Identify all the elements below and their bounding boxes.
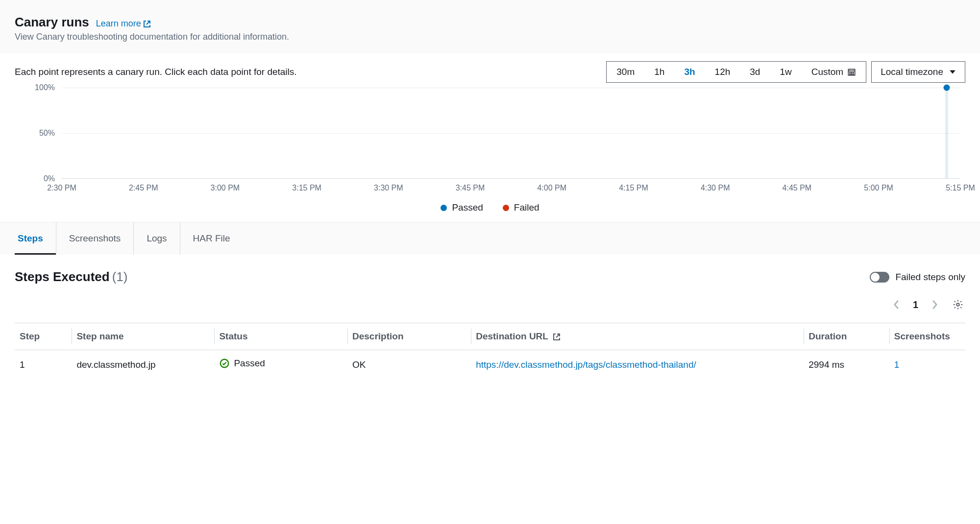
col-duration[interactable]: Duration [804, 323, 889, 350]
col-destination-url[interactable]: Destination URL [471, 323, 804, 350]
legend-dot-failed [503, 205, 509, 211]
x-tick: 2:45 PM [129, 184, 158, 192]
x-tick: 4:15 PM [619, 184, 648, 192]
legend-dot-passed [441, 205, 447, 211]
legend-failed[interactable]: Failed [503, 202, 539, 213]
range-30m[interactable]: 30m [607, 62, 644, 82]
timezone-label: Local timezone [881, 67, 943, 77]
cell-step: 1 [15, 350, 72, 380]
x-tick: 4:45 PM [783, 184, 812, 192]
chart-panel: Each point represents a canary run. Clic… [0, 52, 980, 222]
range-custom[interactable]: Custom [802, 62, 866, 82]
cell-screenshots: 1 [889, 350, 965, 380]
page-prev-button[interactable] [891, 297, 902, 312]
x-tick: 3:15 PM [292, 184, 321, 192]
screenshots-link[interactable]: 1 [894, 359, 900, 370]
failed-only-toggle[interactable] [870, 272, 889, 283]
destination-url-link[interactable]: https://dev.classmethod.jp/tags/classmet… [476, 359, 696, 370]
tab-logs[interactable]: Logs [134, 222, 180, 255]
chevron-right-icon [931, 299, 938, 310]
external-link-icon [553, 333, 561, 341]
legend-passed-label: Passed [452, 202, 483, 213]
steps-count: (1) [112, 269, 128, 284]
failed-only-label: Failed steps only [895, 272, 965, 283]
chart-area[interactable]: 100% 50% 0% 2:30 PM 2:45 PM 3:00 PM 3:15… [34, 88, 965, 195]
x-tick: 5:15 PM [946, 184, 975, 192]
chevron-left-icon [893, 299, 900, 310]
col-status[interactable]: Status [214, 323, 347, 350]
page-current: 1 [913, 299, 918, 310]
range-12h[interactable]: 12h [705, 62, 740, 82]
range-custom-label: Custom [811, 67, 843, 77]
data-point-bar [945, 88, 948, 178]
x-axis: 2:30 PM 2:45 PM 3:00 PM 3:15 PM 3:30 PM … [62, 181, 960, 195]
learn-more-label: Learn more [96, 19, 141, 29]
svg-point-5 [851, 74, 852, 75]
col-step[interactable]: Step [15, 323, 72, 350]
y-tick-100: 100% [35, 83, 55, 92]
timezone-select[interactable]: Local timezone [871, 61, 965, 83]
steps-table: Step Step name Status Description Destin… [15, 323, 965, 379]
legend-passed[interactable]: Passed [441, 202, 483, 213]
detail-tabs: Steps Screenshots Logs HAR File [0, 222, 980, 255]
col-step-name[interactable]: Step name [72, 323, 214, 350]
table-row[interactable]: 1 dev.classmethod.jp Passed OK https://d… [15, 350, 965, 380]
range-3d[interactable]: 3d [740, 62, 770, 82]
learn-more-link[interactable]: Learn more [96, 19, 151, 29]
x-tick: 3:00 PM [211, 184, 240, 192]
y-tick-0: 0% [44, 174, 55, 183]
x-tick: 2:30 PM [47, 184, 76, 192]
page-subtitle: View Canary troubleshooting documentatio… [15, 32, 965, 42]
range-3h[interactable]: 3h [674, 62, 705, 82]
range-1h[interactable]: 1h [644, 62, 674, 82]
svg-point-1 [850, 72, 851, 73]
svg-point-7 [956, 303, 959, 306]
cell-duration: 2994 ms [804, 350, 889, 380]
x-tick: 3:30 PM [374, 184, 403, 192]
gear-icon [953, 299, 963, 310]
cell-description: OK [347, 350, 471, 380]
time-range-group: 30m 1h 3h 12h 3d 1w Custom [606, 61, 866, 83]
x-tick: 4:00 PM [537, 184, 566, 192]
tab-har-file[interactable]: HAR File [180, 222, 243, 255]
chevron-down-icon [949, 69, 956, 75]
calendar-icon [847, 68, 856, 76]
y-tick-50: 50% [39, 129, 55, 138]
data-point-passed[interactable] [944, 85, 950, 91]
steps-title: Steps Executed [15, 269, 110, 284]
chart-plot [62, 88, 960, 179]
external-link-icon [143, 20, 151, 28]
y-axis: 100% 50% 0% [29, 88, 59, 179]
x-tick: 3:45 PM [456, 184, 485, 192]
svg-point-4 [850, 74, 851, 75]
col-destination-url-label: Destination URL [476, 331, 548, 341]
svg-point-3 [853, 72, 854, 73]
cell-url: https://dev.classmethod.jp/tags/classmet… [471, 350, 804, 380]
tab-steps[interactable]: Steps [15, 222, 56, 255]
chart-description: Each point represents a canary run. Clic… [15, 67, 297, 77]
x-tick: 5:00 PM [864, 184, 893, 192]
col-screenshots[interactable]: Screenshots [889, 323, 965, 350]
tab-screenshots[interactable]: Screenshots [56, 222, 134, 255]
svg-point-2 [851, 72, 852, 73]
x-tick: 4:30 PM [701, 184, 730, 192]
svg-point-6 [853, 74, 854, 75]
cell-status: Passed [214, 350, 347, 380]
cell-status-label: Passed [234, 358, 265, 369]
range-1w[interactable]: 1w [770, 62, 801, 82]
status-passed-icon [219, 358, 230, 369]
cell-step-name: dev.classmethod.jp [72, 350, 214, 380]
table-settings-button[interactable] [951, 297, 965, 312]
col-description[interactable]: Description [347, 323, 471, 350]
page-title: Canary runs [15, 15, 89, 30]
page-next-button[interactable] [929, 297, 940, 312]
legend-failed-label: Failed [514, 202, 539, 213]
chart-legend: Passed Failed [15, 202, 965, 213]
